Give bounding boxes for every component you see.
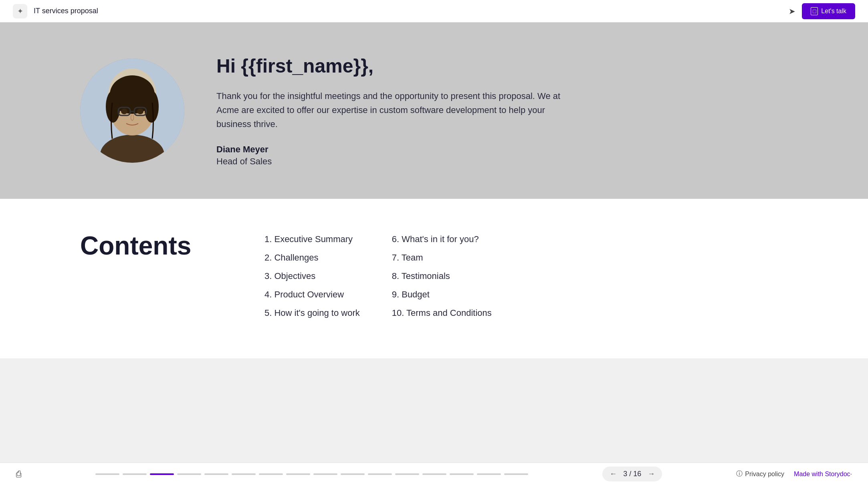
contents-item-10[interactable]: 10. Terms and Conditions [392,308,492,318]
contents-title: Contents [80,231,232,261]
svg-point-7 [144,91,159,123]
svg-point-11 [121,109,127,114]
topbar-left: ✦ IT services proposal [13,4,98,18]
app-icon[interactable]: ✦ [13,4,27,18]
contents-item-8[interactable]: 8. Testimonials [392,271,492,281]
main-content: Hi {{first_name}}, Thank you for the ins… [0,22,868,358]
progress-dot-10[interactable] [341,473,365,475]
progress-dot-1[interactable] [95,473,119,475]
info-icon: ⓘ [736,470,743,478]
progress-dot-6[interactable] [232,473,256,475]
progress-dot-11[interactable] [368,473,392,475]
privacy-policy-link[interactable]: ⓘ Privacy policy [736,470,784,478]
progress-dot-5[interactable] [204,473,228,475]
hero-greeting: Hi {{first_name}}, [216,55,788,78]
hero-name: Diane Meyer [216,144,788,155]
svg-point-6 [106,91,120,123]
progress-dots [95,473,528,475]
progress-dot-14[interactable] [450,473,474,475]
bottom-right: ⓘ Privacy policy Made with Storydoc· [736,470,852,478]
contents-item-4[interactable]: 4. Product Overview [264,289,360,300]
bottom-left: ⎙ [16,469,21,479]
hero-text: Hi {{first_name}}, Thank you for the ins… [216,55,788,166]
progress-dot-16[interactable] [504,473,528,475]
progress-dot-9[interactable] [313,473,337,475]
contents-item-3[interactable]: 3. Objectives [264,271,360,281]
contents-list-area: 1. Executive Summary 2. Challenges 3. Ob… [264,231,788,318]
avatar-image [80,59,184,163]
progress-dot-3[interactable] [150,473,174,475]
lets-talk-button[interactable]: □ Let's talk [802,3,855,19]
contents-item-9[interactable]: 9. Budget [392,289,492,300]
progress-dot-2[interactable] [123,473,147,475]
progress-dot-8[interactable] [286,473,310,475]
progress-dot-12[interactable] [395,473,419,475]
contents-item-6[interactable]: 6. What's in it for you? [392,234,492,245]
pagination-prev-button[interactable]: ← [610,470,617,478]
hero-section: Hi {{first_name}}, Thank you for the ins… [0,22,868,199]
contents-col-right: 6. What's in it for you? 7. Team 8. Test… [392,234,492,318]
progress-dot-4[interactable] [177,473,201,475]
hero-role: Head of Sales [216,156,788,167]
contents-col-left: 1. Executive Summary 2. Challenges 3. Ob… [264,234,360,318]
monitor-icon[interactable]: ⎙ [16,469,21,479]
topbar: ✦ IT services proposal ➤ □ Let's talk [0,0,868,22]
contents-section: Contents 1. Executive Summary 2. Challen… [0,199,868,358]
pagination: ← 3 / 16 → [602,467,662,481]
contents-item-5[interactable]: 5. How it's going to work [264,308,360,318]
progress-dot-15[interactable] [477,473,501,475]
lets-talk-icon: □ [811,7,818,15]
progress-dot-7[interactable] [259,473,283,475]
hero-body: Thank you for the insightful meetings an… [216,89,577,131]
storydoc-link[interactable]: Made with Storydoc· [794,471,852,478]
avatar [80,59,184,163]
avatar-container [80,59,184,163]
contents-item-1[interactable]: 1. Executive Summary [264,234,360,245]
topbar-right: ➤ □ Let's talk [789,3,855,19]
svg-point-12 [137,109,143,114]
pagination-next-button[interactable]: → [648,470,655,478]
pagination-display: 3 / 16 [623,470,641,478]
contents-item-7[interactable]: 7. Team [392,253,492,263]
contents-item-2[interactable]: 2. Challenges [264,253,360,263]
progress-dot-13[interactable] [422,473,446,475]
send-icon[interactable]: ➤ [789,6,795,16]
topbar-title: IT services proposal [34,7,98,15]
bottom-bar: ⎙ ← 3 / 16 → ⓘ Privacy policy Made with … [0,463,868,485]
